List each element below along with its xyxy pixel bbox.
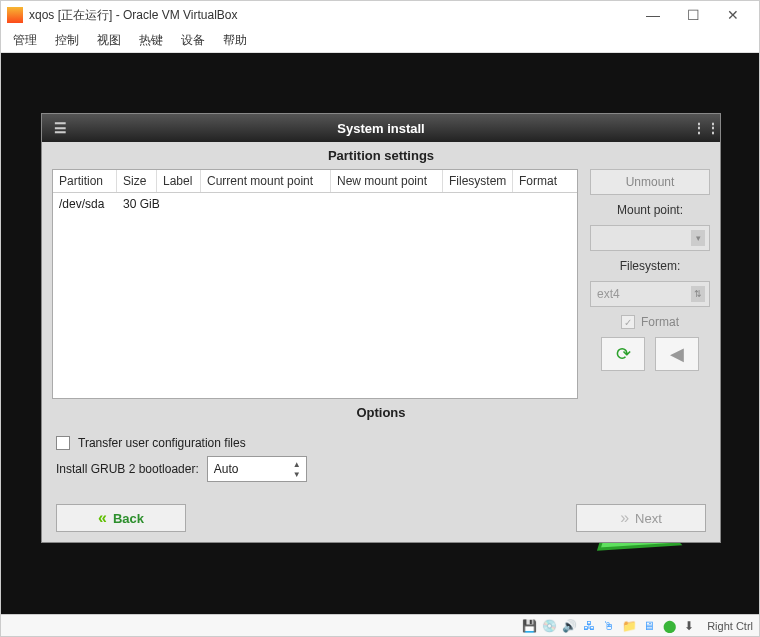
cell-current-mp [201, 193, 331, 215]
titlebar-menu-icon[interactable]: ☰ [50, 120, 70, 136]
chevron-left-icon: « [98, 509, 107, 527]
spinner-icon[interactable]: ▲▼ [290, 459, 304, 479]
audio-icon[interactable]: 🔊 [561, 618, 577, 634]
optical-disk-icon[interactable]: 💿 [541, 618, 557, 634]
refresh-button[interactable]: ⟳ [601, 337, 645, 371]
table-row[interactable]: /dev/sda 30 GiB [53, 193, 577, 215]
refresh-icon: ⟳ [616, 343, 631, 365]
window-minimize-button[interactable]: — [633, 7, 673, 23]
menu-item[interactable]: 帮助 [223, 32, 247, 49]
col-label[interactable]: Label [157, 170, 201, 192]
options-header: Options [42, 399, 720, 426]
transfer-config-label: Transfer user configuration files [78, 436, 246, 450]
menu-item[interactable]: 设备 [181, 32, 205, 49]
installer-dialog: ☰ System install ⋮⋮ Partition settings P… [41, 113, 721, 543]
format-checkbox-row[interactable]: ✓ Format [590, 315, 710, 329]
partition-table[interactable]: Partition Size Label Current mount point… [52, 169, 578, 399]
installer-titlebar[interactable]: ☰ System install ⋮⋮ [42, 114, 720, 142]
shared-folder-icon[interactable]: 📁 [621, 618, 637, 634]
back-button[interactable]: « Back [56, 504, 186, 532]
menu-item[interactable]: 管理 [13, 32, 37, 49]
cell-format [513, 193, 577, 215]
mount-point-label: Mount point: [590, 203, 710, 217]
recording-icon[interactable]: ⬤ [661, 618, 677, 634]
vbox-menubar: 管理 控制 视图 热键 设备 帮助 [1, 29, 759, 53]
mount-point-select[interactable]: ▾ [590, 225, 710, 251]
window-maximize-button[interactable]: ☐ [673, 7, 713, 23]
window-close-button[interactable]: ✕ [713, 7, 753, 23]
col-size[interactable]: Size [117, 170, 157, 192]
back-arrow-button[interactable]: ◀ [655, 337, 699, 371]
unmount-button[interactable]: Unmount [590, 169, 710, 195]
vbox-app-icon [7, 7, 23, 23]
col-current-mp[interactable]: Current mount point [201, 170, 331, 192]
filesystem-label: Filesystem: [590, 259, 710, 273]
display-icon[interactable]: 🖥 [641, 618, 657, 634]
next-button-label: Next [635, 511, 662, 526]
filesystem-value: ext4 [597, 287, 620, 301]
chevron-up-down-icon: ⇅ [691, 286, 705, 302]
vbox-title-text: xqos [正在运行] - Oracle VM VirtualBox [29, 7, 238, 24]
vm-screen: ☰ System install ⋮⋮ Partition settings P… [1, 53, 759, 614]
cell-partition: /dev/sda [53, 193, 117, 215]
filesystem-select[interactable]: ext4 ⇅ [590, 281, 710, 307]
installer-title: System install [70, 121, 692, 136]
partition-settings-header: Partition settings [42, 142, 720, 169]
arrow-left-icon: ◀ [670, 343, 684, 365]
back-button-label: Back [113, 511, 144, 526]
grub-select[interactable]: Auto ▲▼ [207, 456, 307, 482]
menu-item[interactable]: 热键 [139, 32, 163, 49]
cell-size: 30 GiB [117, 193, 157, 215]
vbox-titlebar: xqos [正在运行] - Oracle VM VirtualBox — ☐ ✕ [1, 1, 759, 29]
host-key-icon[interactable]: ⬇ [681, 618, 697, 634]
col-partition[interactable]: Partition [53, 170, 117, 192]
chevron-down-icon: ▾ [691, 230, 705, 246]
partition-table-header: Partition Size Label Current mount point… [53, 170, 577, 193]
usb-icon[interactable]: 🖱 [601, 618, 617, 634]
network-icon[interactable]: 🖧 [581, 618, 597, 634]
transfer-config-checkbox[interactable] [56, 436, 70, 450]
cell-fs [443, 193, 513, 215]
partition-side-panel: Unmount Mount point: ▾ Filesystem: ext4 … [590, 169, 710, 399]
vbox-statusbar: 💾 💿 🔊 🖧 🖱 📁 🖥 ⬤ ⬇ Right Ctrl [1, 614, 759, 636]
menu-item[interactable]: 控制 [55, 32, 79, 49]
format-checkbox[interactable]: ✓ [621, 315, 635, 329]
titlebar-options-icon[interactable]: ⋮⋮ [692, 120, 712, 136]
col-new-mp[interactable]: New mount point [331, 170, 443, 192]
col-format[interactable]: Format [513, 170, 577, 192]
transfer-config-row[interactable]: Transfer user configuration files [56, 436, 706, 450]
hard-disk-icon[interactable]: 💾 [521, 618, 537, 634]
col-filesystem[interactable]: Filesystem [443, 170, 513, 192]
cell-new-mp [331, 193, 443, 215]
format-checkbox-label: Format [641, 315, 679, 329]
host-key-label: Right Ctrl [707, 620, 753, 632]
chevron-right-icon: » [620, 509, 629, 527]
cell-label [157, 193, 201, 215]
next-button[interactable]: » Next [576, 504, 706, 532]
grub-value: Auto [214, 462, 239, 476]
menu-item[interactable]: 视图 [97, 32, 121, 49]
grub-label: Install GRUB 2 bootloader: [56, 462, 199, 476]
